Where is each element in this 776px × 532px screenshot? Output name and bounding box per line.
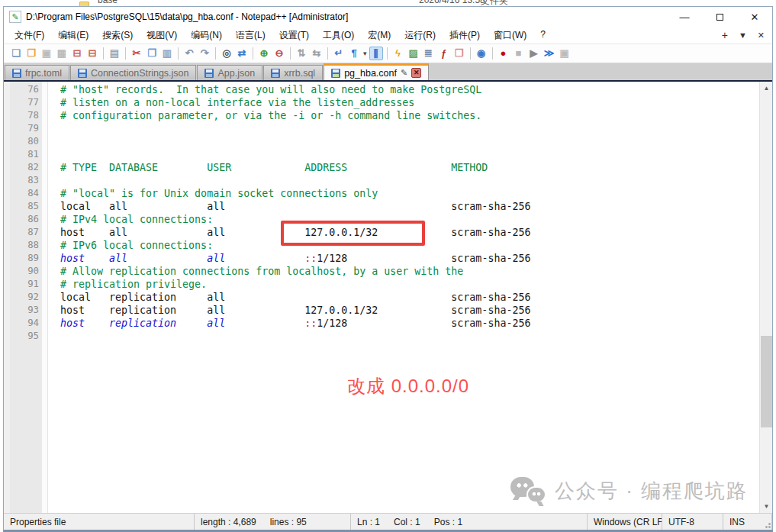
folder-as-workspace-icon[interactable]: ❒ [452, 47, 466, 60]
replace-icon[interactable]: ⇄ [235, 47, 249, 60]
pin-tab-icon[interactable]: ✎ [401, 68, 407, 78]
menu-macro[interactable]: 宏(M) [361, 27, 398, 44]
resize-grip[interactable] [763, 521, 771, 528]
close-button[interactable]: ✕ [737, 7, 772, 27]
saved-file-icon [78, 69, 87, 78]
undo-icon[interactable]: ↶ [182, 47, 196, 60]
status-encoding[interactable]: UTF-8 [662, 514, 723, 530]
cut-icon[interactable]: ✂ [130, 47, 143, 60]
chat-bubble-small-tail [536, 501, 543, 506]
line-text: # IPv4 local connections: [39, 214, 213, 225]
minimize-button[interactable]: — [667, 7, 702, 27]
code-line: 94host replication all ::1/128 scram-sha… [4, 317, 759, 330]
function-list-icon[interactable]: ƒ [437, 47, 451, 60]
maximize-button[interactable] [702, 7, 737, 27]
tab-connectionstrings-json[interactable]: ConnectionStrings.json [70, 65, 197, 80]
tab-pg-hba-conf[interactable]: pg_hba.conf✎✕ [324, 63, 429, 80]
status-doc-size: length : 4,689lines : 95 [195, 514, 351, 530]
code-view[interactable]: 76# "host" records. In that case you wil… [4, 82, 759, 513]
document-list-icon[interactable]: ≣ [422, 47, 436, 60]
menu-language[interactable]: 语言(L) [229, 27, 272, 44]
line-number: 79 [4, 122, 39, 135]
annotation-text: 改成 0.0.0.0/0 [347, 374, 469, 398]
tab-xrrb-sql[interactable]: xrrb.sql [263, 65, 323, 80]
line-number: 94 [4, 317, 39, 330]
menu-settings[interactable]: 设置(T) [272, 27, 316, 44]
menu-search[interactable]: 搜索(S) [95, 27, 140, 44]
code-line: 81 [4, 148, 759, 161]
menu-extras: +▼✕ [722, 29, 772, 41]
tab-frpc-toml[interactable]: frpc.toml [5, 65, 69, 80]
show-all-chars-icon[interactable]: ¶ [347, 47, 361, 60]
line-number: 90 [4, 265, 39, 278]
floppy-label [333, 69, 339, 73]
find-icon[interactable]: ◎ [220, 47, 233, 60]
zoom-out-icon[interactable]: ⊖ [272, 47, 286, 60]
toolbar-divider [125, 47, 126, 60]
line-text [39, 330, 60, 342]
copy-icon[interactable]: ❐ [145, 47, 159, 60]
save-all-icon[interactable]: ▦ [55, 47, 69, 60]
menu-plugins[interactable]: 插件(P) [443, 27, 487, 44]
close-file-icon[interactable]: ⊟ [70, 47, 84, 60]
menu-file[interactable]: 文件(F) [8, 27, 51, 44]
tab-list-dropdown[interactable]: ▼ [739, 31, 747, 40]
close-tab-icon[interactable]: ✕ [411, 68, 421, 78]
menu-tools[interactable]: 工具(O) [316, 27, 361, 44]
paste-icon[interactable]: ▥ [160, 47, 174, 60]
line-number: 89 [4, 252, 39, 265]
save-icon[interactable]: ▣ [40, 47, 53, 60]
window-controls: — ✕ [667, 7, 772, 27]
print-icon[interactable]: ▤ [108, 47, 121, 60]
scroll-up-arrow-icon[interactable]: ▲ [760, 82, 772, 95]
code-line: 92local replication all scram-sha-256 [4, 291, 759, 304]
line-text: # listen on a non-local interface via th… [39, 97, 414, 108]
vertical-scrollbar[interactable]: ▲ ▼ [759, 82, 772, 513]
scroll-down-arrow-icon[interactable]: ▼ [760, 500, 772, 513]
run-commands-icon[interactable]: ϟ [391, 47, 405, 60]
document-map-icon[interactable]: ▨ [407, 47, 420, 60]
monitoring-icon[interactable]: ◉ [475, 47, 488, 60]
macro-run-multiple-icon[interactable]: ≫ [543, 47, 556, 60]
indent-guide-icon[interactable]: ⫼ [369, 47, 383, 60]
tab-app-json[interactable]: App.json [197, 65, 262, 80]
code-segment: local all all scram-sha-256 [60, 201, 530, 212]
menu-edit[interactable]: 编辑(E) [51, 27, 95, 44]
line-text: # Allow replication connections from loc… [39, 266, 463, 277]
code-line: 93host replication all 127.0.0.1/32 scra… [4, 304, 759, 317]
zoom-in-icon[interactable]: ⊕ [257, 47, 271, 60]
word-wrap-icon[interactable]: ↵ [332, 47, 346, 60]
editor-area[interactable]: 76# "host" records. In that case you wil… [4, 82, 772, 513]
menu-window[interactable]: 窗口(W) [487, 27, 533, 44]
menu-view[interactable]: 视图(V) [140, 27, 184, 44]
close-tab-button[interactable]: ✕ [758, 31, 765, 40]
new-tab-button[interactable]: + [722, 29, 728, 41]
maximize-icon [716, 14, 723, 21]
code-line: 83 [4, 174, 759, 187]
macro-record-icon[interactable]: ● [497, 47, 510, 60]
code-line: 78# configuration parameter, or via the … [4, 109, 759, 122]
code-line: 89host all all ::1/128 scram-sha-256 [4, 252, 759, 265]
tab-label: pg_hba.conf [344, 68, 397, 79]
macro-stop-icon[interactable]: ■ [512, 47, 526, 60]
redo-icon[interactable]: ↷ [198, 47, 211, 60]
code-segment: host all all [60, 253, 304, 264]
show-all-chars-dropdown[interactable]: ▾ [363, 50, 367, 57]
scrollbar-thumb[interactable] [761, 336, 772, 427]
status-eol-format[interactable]: Windows (CR LF) [588, 514, 662, 530]
open-file-icon[interactable]: ❒ [24, 47, 38, 60]
menu-encoding[interactable]: 编码(N) [184, 27, 229, 44]
sync-horizontal-icon[interactable]: ⇆ [310, 47, 324, 60]
sync-vertical-icon[interactable]: ⇅ [295, 47, 308, 60]
status-caret-position-value: Pos : 1 [434, 517, 462, 527]
saved-file-icon [271, 69, 280, 78]
code-line: 80 [4, 135, 759, 148]
floppy-label [79, 69, 85, 73]
close-all-icon[interactable]: ⊟ [85, 47, 99, 60]
line-number: 93 [4, 304, 39, 317]
menu-run[interactable]: 运行(R) [398, 27, 443, 44]
macro-play-icon[interactable]: ▶ [527, 47, 541, 60]
macro-save-icon[interactable]: ▣ [558, 47, 572, 60]
new-file-icon[interactable]: ❏ [9, 47, 23, 60]
menu-help[interactable]: ? [533, 27, 552, 44]
